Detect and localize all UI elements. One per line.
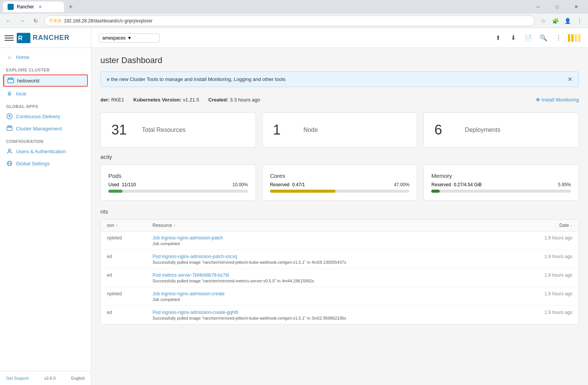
tab-favicon [8,4,14,10]
event-description-1: Successfully pulled image "rancher/mirro… [153,260,527,265]
capacity-section-title: acity [100,154,579,160]
sidebar-footer: Get Support v2.6.0 English [0,371,91,385]
extensions-icon[interactable]: 🧩 [550,16,561,26]
event-status-2: ed [107,273,153,283]
alert-banner: e the new Cluster Tools to manage and in… [100,71,579,87]
sidebar-item-helloworld[interactable]: helloworld [3,74,88,87]
col-reason-label: son [107,223,114,228]
namespace-select[interactable]: amespaces ▼ [99,33,160,43]
pods-used-label: Used [108,182,119,187]
total-resources-label: Total Resources [142,127,186,133]
col-header-resource[interactable]: Resource ↕ [153,223,527,228]
upload-button[interactable]: ⬆ [492,32,504,44]
col-header-reason[interactable]: son ↕ [107,223,153,228]
event-status-4: ed [107,310,153,320]
file-button[interactable]: 📄 [522,32,534,44]
svg-rect-3 [8,78,10,79]
event-resource-link-1[interactable]: Pod ingress-nginx-admission-patch-xncxq [153,254,527,259]
memory-progress-bar [431,190,440,193]
more-options-button[interactable]: ⋮ [553,32,565,44]
sidebar-item-cluster-management[interactable]: Cluster Management [0,122,91,135]
cluster-management-icon [6,125,13,132]
event-resource-0: Job ingress-nginx-admission-patch Job co… [153,235,527,246]
table-row: ed Pod ingress-nginx-admission-create-gq… [101,306,578,324]
event-date-3: 1.9 hours ago [527,291,572,302]
sidebar-item-helloworld-label: helloworld [17,78,40,84]
refresh-button[interactable]: ↻ [30,16,41,26]
tab-close-button[interactable]: ✕ [37,4,43,10]
sidebar-item-continuous-delivery[interactable]: Continuous Delivery [0,110,91,122]
capacity-row: Pods Used 11/110 10.00% Cores [100,165,579,201]
language-text: English [71,376,85,380]
created-value: 3.3 hours ago [230,97,260,103]
event-description-0: Job completed [153,241,527,246]
sidebar-item-continuous-delivery-label: Continuous Delivery [16,114,60,119]
sidebar-item-home[interactable]: ⌂ Home [0,51,91,63]
content-area: uster Dashboard e the new Cluster Tools … [91,48,588,332]
memory-progress-container [431,190,571,193]
browser-tab[interactable]: Rancher ✕ [3,2,64,12]
cluster-info-bar: der: RKE1 Kubernetes Version: v1.21.5 Cr… [100,93,579,106]
address-input[interactable]: 不安全 192.168.28.28/dashboard/c/c-gnprj/ex… [44,16,535,26]
created-info: Created: 3.3 hours ago [208,97,260,103]
sidebar-item-users-auth-label: Users & Authentication [16,149,66,154]
event-resource-link-2[interactable]: Pod metrics-server-7bf4b68b78-bz76t [153,273,527,278]
rancher-logo: R RANCHER [17,33,70,43]
back-button[interactable]: ← [3,16,14,26]
event-status-3: npleted [107,291,153,302]
sidebar-nav: ⌂ Home EXPLORE CLUSTER helloworld 🖥 loca… [0,48,91,371]
col-date-label: Date [559,223,569,228]
k8s-label: Kubernetes Version: [133,97,181,103]
memory-reserved-value: 0.27/4.54 GiB [454,182,482,187]
hamburger-menu[interactable] [5,33,14,43]
forward-button[interactable]: → [17,16,27,26]
cores-reserved-label: Reserved [270,182,289,187]
k8s-value: v1.21.5 [183,97,199,103]
cores-reserved-value: 0.47/1 [292,182,305,187]
alert-text: e the new Cluster Tools to manage and in… [107,76,286,82]
pods-progress-bar [108,190,122,193]
sidebar-item-local[interactable]: 🖥 local [0,87,91,100]
col-resource-sort: ↕ [173,223,175,228]
cores-progress-container [270,190,410,193]
event-resource-link-3[interactable]: Job ingress-nginx-admission-create [153,291,527,296]
stat-card-node: 1 Node [262,112,418,147]
maximize-button[interactable]: □ [548,2,566,12]
stats-row: 31 Total Resources 1 Node 6 Deployments [100,112,579,147]
status-bar-2 [571,34,574,42]
event-status-0: npleted [107,235,153,246]
event-resource-link-0[interactable]: Job ingress-nginx-admission-patch [153,235,527,241]
cores-details: Reserved 0.47/1 47.00% [270,182,410,187]
support-link[interactable]: Get Support [6,376,29,380]
sidebar-header: R RANCHER [0,28,91,48]
new-tab-button[interactable]: + [65,2,76,12]
search-button[interactable]: 🔍 [537,32,550,44]
svg-rect-8 [8,126,9,127]
table-row: ed Pod metrics-server-7bf4b68b78-bz76t S… [101,269,578,287]
sidebar-item-global-settings[interactable]: Global Settings [0,157,91,170]
continuous-delivery-icon [6,113,13,120]
global-apps-label: GLOBAL APPS [0,100,91,110]
download-button[interactable]: ⬇ [507,32,519,44]
install-monitoring-label: Install Monitoring [542,97,579,103]
security-warning: 不安全 [49,18,62,24]
col-header-date[interactable]: Date ↓ [527,223,572,228]
status-bar-4 [578,34,580,42]
sidebar-item-users-auth[interactable]: Users & Authentication [0,145,91,157]
close-button[interactable]: ✕ [567,2,585,12]
minimize-button[interactable]: ─ [529,2,547,12]
pods-percent: 10.00% [232,182,248,187]
profile-icon[interactable]: 👤 [562,16,573,26]
alert-close-button[interactable]: ✕ [567,76,572,83]
status-bar-3 [575,34,577,42]
memory-reserved-label: Reserved [431,182,451,187]
browser-menu-icon[interactable]: ⋮ [574,16,585,26]
event-resource-link-4[interactable]: Pod ingress-nginx-admission-create-gqht6 [153,310,527,315]
deployments-number: 6 [434,122,457,138]
install-monitoring-button[interactable]: ✤ Install Monitoring [536,97,579,103]
configuration-label: CONFIGURATION [0,135,91,145]
bookmarks-icon[interactable]: ☆ [538,16,548,26]
events-table-header: son ↕ Resource ↕ Date ↓ [101,220,578,231]
svg-text:R: R [18,35,23,41]
col-resource-label: Resource [153,223,172,228]
